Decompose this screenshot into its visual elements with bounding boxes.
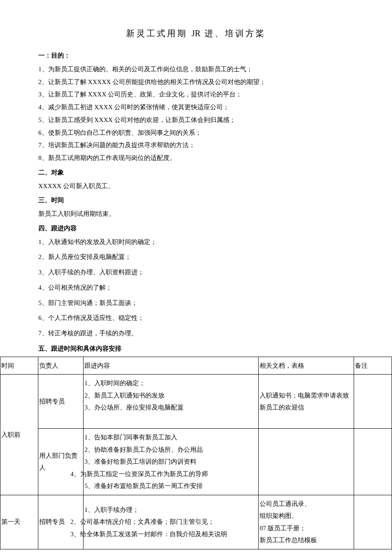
cell-content: 1、入职手续办理； 2、公司基本情况介绍；文具准备；部门主管引见； 3、给全体新… <box>84 495 259 549</box>
content-item: 1、告知本部门同事有新员工加入 <box>84 431 257 444</box>
content-item: 2、协助准备好新员工办公场所、办公用品 <box>84 444 257 456</box>
th-resp: 负责人 <box>38 357 84 375</box>
th-docs: 相关文档，表格 <box>259 357 354 375</box>
content-item: 4、为新员工指定一位资深员工作为新员工的导师 <box>84 468 257 480</box>
document-title: 新灵工式用期 JR 进、培训方桨 <box>38 26 354 41</box>
s1-item: 5、让新员工感受到 XXXX 公司对他的欢迎，让新员工体会到归属感； <box>38 114 354 126</box>
s4-item: 6、个人工作情况及适应性、稳定性； <box>38 312 354 324</box>
section-1-body: 1、为新员工提供正确的、相关的公司及工作岗位信息，鼓励新员工的士气； 2、让新员… <box>38 64 354 164</box>
content-item: 2、新员工入职通知书的发放 <box>84 389 257 402</box>
table-row: 第一天 招聘专员 1、入职手续办理； 2、公司基本情况介绍；文具准备；部门主管引… <box>0 495 392 549</box>
section-3-head: 三、时间 <box>38 195 354 206</box>
schedule-table: 时间 负责人 跟进内容 相关文档，表格 备注 入职前 招聘专员 1、入职时间的确… <box>0 357 392 549</box>
s1-item: 4、减少新员工初进 XXXX 公司时的紧张情绪，使其更快适应公司； <box>38 102 354 113</box>
cell-docs: 公司员工通讯录、 组织架构图、 07 版员工手册； 新员工工作总结模板 <box>259 495 354 549</box>
cell-time: 入职前 <box>0 375 38 495</box>
s4-item: 2、新人员座位安排及电脑配置； <box>38 251 354 263</box>
cell-resp: 用人部门负责人 <box>38 429 84 495</box>
section-1-head: 一：目的： <box>38 50 354 62</box>
cell-resp: 招聘专员 <box>38 375 84 429</box>
content-item: 3、准备好给新员工培训的部门内训资料 <box>84 456 257 468</box>
section-2-body: XXXXX 公司新入职员工。 <box>38 180 354 192</box>
title-latin: JR <box>191 29 200 38</box>
table-header-row: 时间 负责人 跟进内容 相关文档，表格 备注 <box>0 357 392 375</box>
content-item: 2、公司基本情况介绍；文具准备；部门主管引见； <box>84 516 257 528</box>
cell-time: 第一天 <box>0 495 38 549</box>
cell-note <box>354 429 392 495</box>
s4-item: 5、部门主管间沟通；新员工面谈； <box>38 297 354 309</box>
content-item: 3、给全体新员工发送第一封邮件：自我介绍及相关说明 <box>84 528 257 540</box>
s1-item: 6、使新员工明白自己工作的职责、加强同事之间的关系； <box>38 127 354 139</box>
title-part-a: 新灵工式用期 <box>126 29 187 38</box>
s4-item: 7、转正考核的跟进，手续的办理。 <box>38 328 354 340</box>
cell-docs: 入职通知书；电脑需求申请表致新员工的欢迎信 <box>259 375 354 429</box>
th-content: 跟进内容 <box>84 357 259 375</box>
s1-item: 3、让新员工了解 XXXX 公司历史、政策、企业文化，提供讨论的平台； <box>38 89 354 101</box>
table-row: 入职前 招聘专员 1、入职时间的确定； 2、新员工入职通知书的发放 3、办公场所… <box>0 375 392 429</box>
section-4-body: 1、入耿通知书的发放及入职时间的确定； 2、新人员座位安排及电脑配置； 3、入职… <box>38 236 354 340</box>
s4-item: 3、入职手续的办理、入职资料跟进； <box>38 267 354 279</box>
s4-item: 4、公司相关情况的了解； <box>38 282 354 294</box>
th-note: 备注 <box>354 357 392 375</box>
cell-docs <box>259 429 354 495</box>
cell-note <box>354 375 392 429</box>
docs-line: 07 版员工手册； <box>259 522 352 535</box>
content-item: 5、准备好布置给新员工的第一周工作安排 <box>84 480 257 492</box>
s1-item: 8、新员工试用期内的工作表现与岗位的适配度。 <box>38 152 354 164</box>
s4-item: 1、入耿通知书的发放及入职时间的确定； <box>38 236 354 248</box>
table-row: 用人部门负责人 1、告知本部门同事有新员工加入 2、协助准备好新员工办公场所、办… <box>0 429 392 495</box>
cell-content: 1、入职时间的确定； 2、新员工入职通知书的发放 3、办公场所、座位安排及电脑配… <box>84 375 259 429</box>
s1-item: 7、培训新员工解决问题的能力及提供寻求帮助的方法； <box>38 139 354 151</box>
section-3-body: 新员工入职到试用期结束。 <box>38 208 354 220</box>
content-item: 3、办公场所、座位安排及电脑配置 <box>84 401 257 414</box>
docs-line: 新员工工作总结模板 <box>259 534 352 546</box>
title-part-b: 进、培训方桨 <box>205 29 266 38</box>
s1-item: 1、为新员工提供正确的、相关的公司及工作岗位信息，鼓励新员工的士气； <box>38 64 354 76</box>
cell-note <box>354 495 392 549</box>
docs-line: 公司员工通讯录、 <box>259 498 352 510</box>
docs-line: 组织架构图、 <box>259 510 352 522</box>
s1-item: 2、让新员工了解 XXXXX 公司所能提供给他的相关工作情况及公司对他的期望； <box>38 76 354 88</box>
content-item: 1、入职时间的确定； <box>84 377 257 389</box>
section-4-head: 四、跟进内容 <box>38 223 354 235</box>
content-item: 1、入职手续办理； <box>84 504 257 516</box>
th-time: 时间 <box>0 357 38 375</box>
cell-content: 1、告知本部门同事有新员工加入 2、协助准备好新员工办公场所、办公用品 3、准备… <box>84 429 259 495</box>
section-2-head: 二、对象 <box>38 167 354 179</box>
section-5-head: 五、跟进时间和具体内容安排 <box>38 343 354 355</box>
